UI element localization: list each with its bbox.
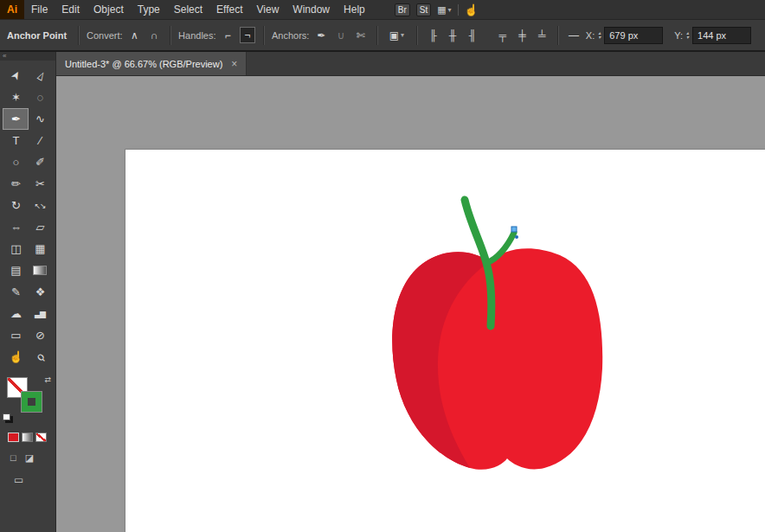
- curvature-tool[interactable]: ∿: [28, 109, 52, 129]
- pen-tool[interactable]: ✒: [3, 109, 28, 129]
- draw-normal-icon[interactable]: □: [10, 452, 16, 464]
- tab-close-icon[interactable]: ×: [231, 58, 237, 70]
- y-label: Y:: [674, 30, 683, 41]
- menu-type[interactable]: Type: [131, 0, 167, 19]
- gradient-tool-icon: [33, 266, 47, 275]
- tab-untitled-3[interactable]: Untitled-3* @ 66.67% (RGB/Preview) ×: [56, 52, 247, 75]
- selection-tool[interactable]: ➤: [3, 66, 28, 86]
- menu-window[interactable]: Window: [286, 0, 337, 19]
- menu-help[interactable]: Help: [337, 0, 372, 19]
- type-tool[interactable]: T: [3, 131, 28, 151]
- align-center-button[interactable]: ╫: [445, 27, 460, 43]
- rotate-tool[interactable]: ↻: [3, 195, 28, 215]
- hand-tool[interactable]: ☝: [3, 347, 28, 367]
- x-label: X:: [586, 30, 595, 41]
- draw-behind-icon[interactable]: ◪: [25, 452, 34, 464]
- convert-to-corner-button[interactable]: ∧: [127, 27, 143, 43]
- spin-down-icon: ▾: [686, 35, 689, 40]
- separator: [170, 26, 170, 45]
- collapse-panel-icon[interactable]: «: [0, 52, 55, 61]
- bridge-button[interactable]: Br: [395, 3, 410, 16]
- align-top-button[interactable]: ╤: [495, 27, 511, 43]
- magic-wand-tool[interactable]: ✶: [3, 87, 28, 107]
- menu-effect[interactable]: Effect: [209, 0, 249, 19]
- menu-edit[interactable]: Edit: [55, 0, 87, 19]
- slice-tool[interactable]: ⊘: [28, 325, 52, 345]
- touch-gesture-icon[interactable]: ☝: [465, 3, 479, 16]
- rotate-tool-icon: ↻: [11, 199, 20, 212]
- x-input[interactable]: [604, 27, 663, 44]
- y-input[interactable]: [692, 27, 751, 44]
- document-options-button[interactable]: ▣ ▾: [385, 27, 409, 43]
- show-handles-button[interactable]: ⌐: [221, 27, 236, 43]
- pencil-tool[interactable]: ✏: [3, 174, 28, 194]
- convert-to-smooth-button[interactable]: ∩: [146, 27, 162, 43]
- scale-tool[interactable]: ↖↘: [28, 195, 52, 215]
- color-button[interactable]: [8, 433, 19, 442]
- artboard[interactable]: [125, 150, 765, 532]
- convert-label: Convert:: [87, 30, 123, 41]
- gradient-button[interactable]: [22, 433, 33, 442]
- menu-file[interactable]: File: [24, 0, 55, 19]
- align-top-icon: ╤: [499, 29, 507, 42]
- align-center-icon: ╫: [449, 29, 457, 42]
- fill-stroke-controls: ⇄: [0, 374, 55, 424]
- magic-wand-tool-icon: ✶: [11, 91, 20, 104]
- screen-mode-button[interactable]: ▭: [0, 474, 55, 486]
- convert-smooth-icon: ∩: [151, 29, 158, 42]
- scissors-tool[interactable]: ✂: [28, 174, 52, 194]
- x-stepper[interactable]: ▴ ▾: [598, 31, 601, 40]
- direct-selection-tool[interactable]: ▻: [28, 66, 52, 86]
- none-button[interactable]: [35, 433, 47, 442]
- align-left-button[interactable]: ╟: [425, 27, 440, 43]
- zoom-tool[interactable]: ϙ: [28, 347, 52, 367]
- zoom-tool-icon: ϙ: [33, 350, 46, 363]
- remove-anchor-button[interactable]: ✒: [313, 27, 329, 43]
- perspective-grid-tool-icon: ▦: [35, 242, 44, 255]
- paintbrush-tool[interactable]: ✐: [28, 152, 52, 172]
- menu-view[interactable]: View: [250, 0, 286, 19]
- workspace-body: « ➤ ▻ ✶ ◌ ✒ ∿ T ∕ ○ ✐ ✏ ✂ ↻ ↖↘ ⇔ ▱ ◫ ▦ ▤: [0, 52, 765, 532]
- selected-anchor-point[interactable]: [511, 227, 517, 232]
- align-right-icon: ╢: [468, 29, 476, 42]
- eyedropper-tool[interactable]: ✎: [3, 282, 28, 302]
- convert-corner-icon: ∧: [131, 29, 138, 42]
- default-fill-stroke-icon[interactable]: [3, 413, 10, 420]
- scissors-tool-icon: ✂: [35, 177, 44, 190]
- align-right-button[interactable]: ╢: [465, 27, 480, 43]
- tools-grid: ➤ ▻ ✶ ◌ ✒ ∿ T ∕ ○ ✐ ✏ ✂ ↻ ↖↘ ⇔ ▱ ◫ ▦ ▤: [0, 61, 55, 367]
- workspace-switcher[interactable]: ▦ ▾: [437, 4, 451, 16]
- canvas[interactable]: [56, 76, 765, 532]
- free-transform-tool[interactable]: ▱: [28, 217, 52, 237]
- menu-object[interactable]: Object: [87, 0, 131, 19]
- gradient-tool[interactable]: [28, 260, 52, 280]
- connect-anchors-button[interactable]: ∪: [333, 27, 349, 43]
- cut-path-button[interactable]: ✄: [353, 27, 369, 43]
- align-bottom-button[interactable]: ╧: [534, 27, 550, 43]
- menu-bar-right: Br St ▦ ▾ ☝: [395, 3, 479, 16]
- align-middle-button[interactable]: ╪: [515, 27, 530, 43]
- symbol-sprayer-tool[interactable]: ☁: [3, 304, 28, 324]
- line-segment-tool[interactable]: ∕: [28, 131, 52, 151]
- blend-tool[interactable]: ❖: [28, 282, 52, 302]
- stock-button[interactable]: St: [416, 3, 431, 16]
- mesh-tool[interactable]: ▤: [3, 260, 28, 280]
- spin-down-icon: ▾: [598, 35, 601, 40]
- anchor-handle-dot[interactable]: [515, 235, 518, 239]
- artboard-tool[interactable]: ▭: [3, 325, 28, 345]
- perspective-grid-tool[interactable]: ▦: [28, 239, 52, 259]
- menu-select[interactable]: Select: [167, 0, 209, 19]
- transform-options-button[interactable]: —: [566, 27, 582, 43]
- stroke-swatch[interactable]: [22, 392, 42, 412]
- ellipse-tool[interactable]: ○: [3, 152, 28, 172]
- width-tool[interactable]: ⇔: [3, 217, 28, 237]
- ellipse-tool-icon: ○: [13, 156, 19, 169]
- hide-handles-button[interactable]: ¬: [240, 27, 255, 43]
- y-stepper[interactable]: ▴ ▾: [686, 31, 689, 40]
- lasso-tool[interactable]: ◌: [28, 87, 52, 107]
- swap-fill-stroke-icon[interactable]: ⇄: [44, 375, 51, 384]
- shape-builder-tool[interactable]: ◫: [3, 239, 28, 259]
- column-graph-tool[interactable]: ▃▆: [28, 304, 52, 324]
- anchors-label: Anchors:: [272, 30, 309, 41]
- artboard-tool-icon: ▭: [10, 329, 20, 342]
